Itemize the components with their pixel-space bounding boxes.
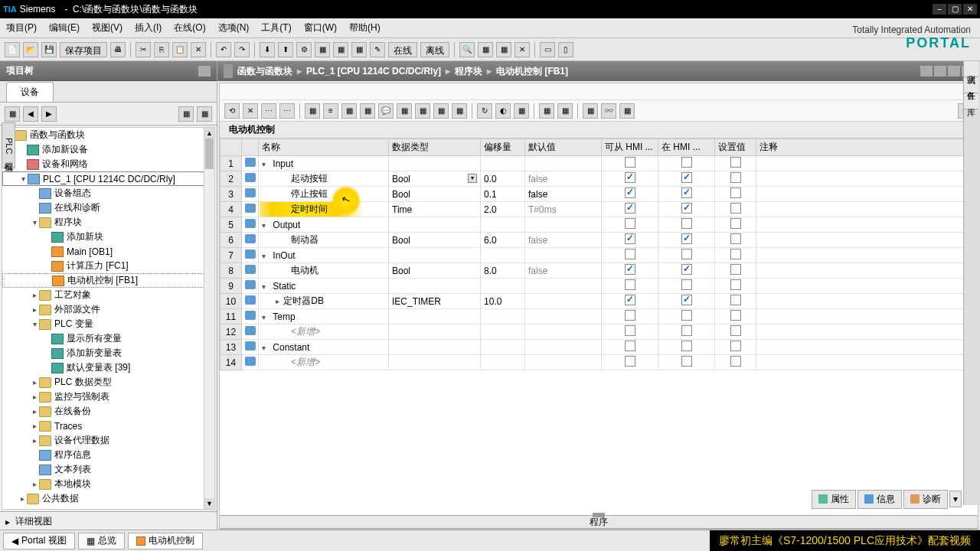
cell-hmi-write[interactable] xyxy=(658,156,715,171)
go-online-button[interactable]: 在线 xyxy=(388,42,417,57)
tb-btn-4[interactable]: ✎ xyxy=(370,42,385,57)
et-btn-4[interactable]: ⋯ xyxy=(279,103,295,119)
cell-hmi-read[interactable] xyxy=(602,248,658,263)
cell-comment[interactable] xyxy=(756,294,978,309)
cell-setpoint[interactable] xyxy=(715,248,756,263)
interface-grid[interactable]: 名称数据类型偏移量默认值可从 HMI ...在 HMI ...设置值注释1▾ I… xyxy=(220,139,978,515)
cell-default[interactable]: false xyxy=(525,233,602,248)
cell-type[interactable] xyxy=(389,156,481,171)
menu-tools[interactable]: 工具(T) xyxy=(255,18,297,37)
grid-row[interactable]: 9▾ Static xyxy=(220,279,978,294)
tree-item[interactable]: ▸设备代理数据 xyxy=(2,433,214,448)
cell-setpoint[interactable] xyxy=(715,156,756,171)
checkbox[interactable] xyxy=(730,279,741,290)
cell-hmi-write[interactable] xyxy=(658,171,715,187)
grid-header[interactable]: 数据类型 xyxy=(389,139,481,156)
undo-button[interactable]: ↶ xyxy=(216,42,231,57)
checkbox[interactable] xyxy=(681,203,692,214)
scroll-down-icon[interactable]: ▼ xyxy=(204,498,214,509)
checkbox[interactable] xyxy=(681,233,692,244)
tb-btn-2[interactable]: ▦ xyxy=(333,42,348,57)
go-offline-button[interactable]: 离线 xyxy=(420,42,449,57)
tree-item[interactable]: 在线和诊断 xyxy=(2,201,214,215)
cell-name[interactable]: ▾ Input xyxy=(259,156,389,171)
cell-default[interactable] xyxy=(525,248,602,263)
caret-icon[interactable]: ▾ xyxy=(262,282,266,291)
grid-header[interactable]: 设置值 xyxy=(715,139,756,156)
grid-row[interactable]: 8 ■电动机Bool8.0false xyxy=(220,263,978,279)
cell-type[interactable] xyxy=(389,309,481,324)
tree-item[interactable]: 设备组态 xyxy=(2,186,214,201)
tb-btn-6[interactable]: ▦ xyxy=(478,42,493,57)
save-project-button[interactable]: 保存项目 xyxy=(60,42,107,57)
et-btn-6[interactable]: ≡ xyxy=(323,103,338,119)
cell-hmi-read[interactable] xyxy=(602,340,658,355)
cell-hmi-write[interactable] xyxy=(658,309,715,324)
grid-row[interactable]: 6 ■制动器Bool6.0false xyxy=(220,233,978,248)
et-btn-15[interactable]: ◐ xyxy=(495,103,511,119)
checkbox[interactable] xyxy=(730,233,741,244)
et-btn-21[interactable]: ▦ xyxy=(619,103,635,119)
tree-expander-icon[interactable]: ▸ xyxy=(30,407,39,416)
tree-expander-icon[interactable]: ▸ xyxy=(18,494,27,503)
cell-hmi-read[interactable] xyxy=(602,187,658,202)
checkbox[interactable] xyxy=(730,325,741,336)
cell-setpoint[interactable] xyxy=(715,355,756,370)
scroll-thumb[interactable] xyxy=(205,139,214,169)
checkbox[interactable] xyxy=(625,356,635,367)
download-button[interactable]: ⬇ xyxy=(260,42,275,57)
tree-item[interactable]: 电动机控制 [FB1] xyxy=(2,273,214,288)
save-button[interactable]: 💾 xyxy=(41,42,57,57)
checkbox[interactable] xyxy=(730,203,741,214)
menu-project[interactable]: 项目(P) xyxy=(0,18,43,37)
grid-row[interactable]: 10 ■▸ 定时器DBIEC_TIMER10.0 xyxy=(220,294,978,309)
checkbox[interactable] xyxy=(730,295,741,305)
detail-view-header[interactable]: ▸ 详细视图 xyxy=(0,511,217,531)
cell-hmi-read[interactable] xyxy=(602,233,658,248)
checkbox[interactable] xyxy=(681,295,692,305)
cell-setpoint[interactable] xyxy=(715,217,756,233)
cell-name[interactable]: ▾ Static xyxy=(259,279,389,294)
checkbox[interactable] xyxy=(625,341,635,351)
grid-header[interactable]: 可从 HMI ... xyxy=(602,139,658,156)
tree-item[interactable]: ▾PLC_1 [CPU 1214C DC/DC/Rly] xyxy=(2,171,214,186)
checkbox[interactable] xyxy=(681,187,692,198)
cell-comment[interactable] xyxy=(756,279,978,294)
cell-type[interactable]: Bool xyxy=(389,263,481,279)
menu-online[interactable]: 在线(O) xyxy=(168,18,211,37)
et-btn-19[interactable]: ▦ xyxy=(583,103,598,119)
checkbox[interactable] xyxy=(681,325,692,336)
cell-default[interactable] xyxy=(525,156,602,171)
cell-hmi-write[interactable] xyxy=(658,202,715,217)
print-button[interactable]: 🖶 xyxy=(110,42,126,57)
et-btn-17[interactable]: ▦ xyxy=(539,103,554,119)
minimize-button[interactable]: – xyxy=(933,4,946,15)
open-project-button[interactable]: 📂 xyxy=(23,42,38,57)
tree-expander-icon[interactable]: ▸ xyxy=(30,480,39,488)
cell-comment[interactable] xyxy=(756,171,978,187)
et-btn-9[interactable]: 💬 xyxy=(378,103,394,119)
cell-hmi-read[interactable] xyxy=(602,156,658,171)
grid-row[interactable]: 11▾ Temp xyxy=(220,309,978,324)
cell-default[interactable] xyxy=(525,217,602,233)
tree-item[interactable]: ▾PLC 变量 xyxy=(2,317,214,331)
et-btn-20[interactable]: 👓 xyxy=(601,103,616,119)
checkbox[interactable] xyxy=(681,279,692,290)
tb-btn-5[interactable]: 🔍 xyxy=(459,42,475,57)
cell-hmi-read[interactable] xyxy=(602,324,658,340)
cell-type[interactable] xyxy=(389,340,481,355)
tab-info[interactable]: 信息 xyxy=(858,490,902,509)
delete-button[interactable]: ✕ xyxy=(191,42,206,57)
tree-scrollbar[interactable]: ▲ ▼ xyxy=(204,128,214,509)
grid-row[interactable]: 1▾ Input xyxy=(220,156,978,171)
grid-row[interactable]: 14<新增> xyxy=(220,355,978,370)
tb-btn-1[interactable]: ▦ xyxy=(315,42,330,57)
checkbox[interactable] xyxy=(625,310,635,321)
cell-setpoint[interactable] xyxy=(715,171,756,187)
project-tree[interactable]: ▾函数与函数块添加新设备设备和网络▾PLC_1 [CPU 1214C DC/DC… xyxy=(2,127,215,510)
checkbox[interactable] xyxy=(730,187,741,198)
cell-hmi-write[interactable] xyxy=(658,279,715,294)
tab-devices[interactable]: 设备 xyxy=(6,82,54,102)
cell-name[interactable]: <新增> xyxy=(259,355,389,370)
cell-hmi-write[interactable] xyxy=(658,248,715,263)
